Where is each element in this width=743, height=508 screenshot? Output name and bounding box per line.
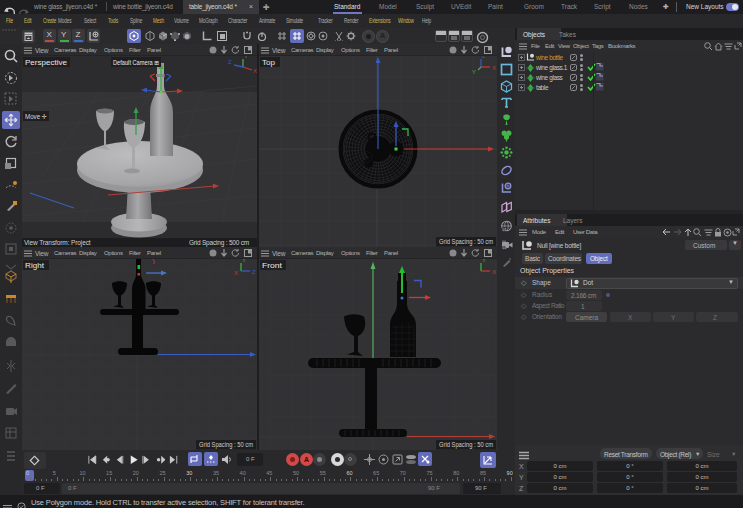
svg-text:Perspective: Perspective bbox=[25, 59, 67, 67]
svg-text:X: X bbox=[492, 65, 496, 71]
svg-text:Default Camera ⊞: Default Camera ⊞ bbox=[113, 59, 159, 66]
svg-text:Y: Y bbox=[242, 259, 246, 263]
svg-text:Grid Spacing : 50 cm: Grid Spacing : 50 cm bbox=[439, 441, 493, 449]
svg-text:Y: Y bbox=[244, 56, 248, 59]
svg-text:Z: Z bbox=[252, 269, 256, 275]
svg-text:Top: Top bbox=[262, 59, 275, 67]
svg-text:Y: Y bbox=[482, 259, 486, 263]
svg-text:Right: Right bbox=[25, 262, 44, 270]
svg-text:01: 01 bbox=[502, 246, 506, 250]
svg-text:Move ✛: Move ✛ bbox=[25, 113, 47, 120]
svg-text:Grid Spacing : 50 cm: Grid Spacing : 50 cm bbox=[439, 238, 493, 246]
svg-text:Front: Front bbox=[262, 262, 282, 269]
svg-text:X: X bbox=[253, 68, 257, 74]
svg-text:X: X bbox=[234, 270, 238, 276]
svg-text:Y: Y bbox=[472, 69, 476, 75]
svg-text:Grid Spacing : 50 cm: Grid Spacing : 50 cm bbox=[199, 441, 253, 449]
svg-text:Z: Z bbox=[228, 59, 232, 65]
svg-text:01: 01 bbox=[502, 228, 506, 232]
svg-text:Z: Z bbox=[482, 56, 486, 59]
svg-text:X: X bbox=[492, 269, 496, 275]
